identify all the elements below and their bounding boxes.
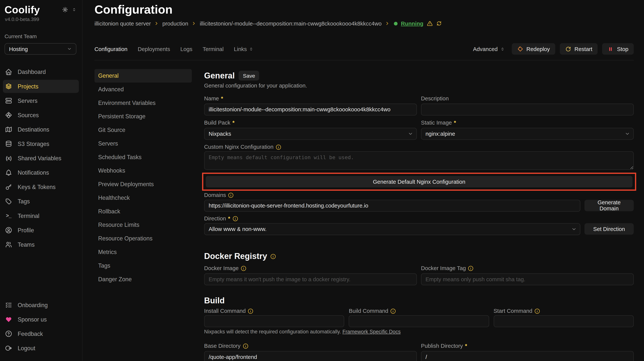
info-icon[interactable] [390,308,396,314]
set-direction-button[interactable]: Set Direction [584,223,634,235]
save-button[interactable]: Save [239,71,259,81]
subnav-item-metrics[interactable]: Metrics [94,245,192,259]
static-image-select[interactable]: nginx:alpine [421,128,634,140]
sidebar-item-feedback[interactable]: Feedback [3,327,79,340]
sidebar-item-keys-tokens[interactable]: Keys & Tokens [3,181,79,194]
chevron-up-down-icon [500,47,504,51]
section-subtitle: General configuration for your applicati… [204,83,634,89]
bell-icon [5,169,12,176]
breadcrumb-application[interactable]: illicitestonion/-module--decomposition:m… [200,21,382,27]
subnav-item-webhooks[interactable]: Webhooks [94,164,192,178]
subnav-item-environment-variables[interactable]: Environment Variables [94,96,192,110]
restart-button[interactable]: Restart [560,43,598,55]
key-icon [5,183,12,191]
sidebar-item-teams[interactable]: Teams [3,238,79,251]
page-title: Configuration [94,3,634,17]
static-image-field: Static Image* nginx:alpine [421,119,634,140]
info-icon[interactable] [240,265,246,271]
sidebar-item-tags[interactable]: Tags [3,195,79,208]
app-logo[interactable]: Coolify [4,4,40,16]
subnav-item-servers[interactable]: Servers [94,137,192,150]
subnav-item-resource-limits[interactable]: Resource Limits [94,218,192,232]
subnav-item-danger-zone[interactable]: Danger Zone [94,272,192,286]
build-pack-select[interactable]: Nixpacks [204,128,417,140]
sidebar-item-destinations[interactable]: Destinations [3,123,79,136]
sidebar-item-projects[interactable]: Projects [3,80,79,93]
sidebar-item-shared-variables[interactable]: (x) Shared Variables [3,152,79,165]
info-icon[interactable] [242,343,248,349]
theme-toggle-sun-icon[interactable] [62,7,68,13]
tab-configuration[interactable]: Configuration [94,46,128,52]
redeploy-icon [517,46,523,52]
breadcrumb-environment[interactable]: production [162,21,188,27]
direction-label: Direction * [204,215,634,222]
install-command-field: Install Command [204,307,344,327]
checklist-icon [5,301,12,309]
generate-domain-button[interactable]: Generate Domain [584,200,634,211]
build-command-input[interactable] [349,315,489,327]
breadcrumb: illicitonion quote server production ill… [94,20,634,27]
sidebar-item-onboarding[interactable]: Onboarding [3,299,79,312]
team-select[interactable]: Hosting [4,43,76,55]
info-icon[interactable] [468,265,474,271]
subnav-item-healthcheck[interactable]: Healthcheck [94,191,192,205]
sidebar-item-logout[interactable]: Logout [3,342,79,355]
subnav-item-general[interactable]: General [94,69,192,83]
breadcrumb-project[interactable]: illicitonion quote server [94,21,151,27]
info-icon[interactable] [270,253,276,259]
warning-triangle-icon[interactable] [427,21,433,27]
tab-links[interactable]: Links [234,46,253,52]
section-title-docker-registry: Docker Registry [204,252,634,261]
chevron-right-icon [192,21,196,26]
base-directory-field: Base Directory [204,342,417,361]
sidebar-item-sponsor[interactable]: Sponsor us [3,313,79,326]
sidebar-item-terminal[interactable]: >_ Terminal [3,209,79,222]
stop-button[interactable]: Stop [602,43,634,55]
tab-deployments[interactable]: Deployments [138,46,170,52]
tab-terminal[interactable]: Terminal [203,46,224,52]
info-icon[interactable] [232,216,238,221]
subnav-item-rollback[interactable]: Rollback [94,205,192,218]
subnav-item-persistent-storage[interactable]: Persistent Storage [94,110,192,123]
description-input[interactable] [421,104,634,116]
logout-icon [5,344,12,352]
sidebar-item-servers[interactable]: Servers [3,94,79,107]
sidebar-item-s3-storages[interactable]: S3 Storages [3,137,79,150]
publish-directory-input[interactable] [421,351,634,361]
help-icon [5,330,12,337]
info-icon[interactable] [534,308,540,314]
redeploy-button[interactable]: Redeploy [512,43,555,55]
name-input[interactable] [204,104,417,116]
docker-image-input[interactable] [204,273,417,285]
status-running-link[interactable]: Running [401,21,424,27]
base-directory-input[interactable] [204,351,417,361]
start-command-input[interactable] [494,315,634,327]
subnav-item-tags[interactable]: Tags [94,259,192,272]
subnav-item-git-source[interactable]: Git Source [94,123,192,137]
info-icon[interactable] [276,144,281,150]
database-icon [5,140,12,148]
theme-selector-icon[interactable] [72,7,76,12]
subnav-item-scheduled-tasks[interactable]: Scheduled Tasks [94,150,192,164]
docker-image-tag-input[interactable] [421,273,634,285]
install-command-input[interactable] [204,315,344,327]
subnav-item-resource-operations[interactable]: Resource Operations [94,232,192,245]
sidebar-item-dashboard[interactable]: Dashboard [3,65,79,79]
subnav-item-preview-deployments[interactable]: Preview Deployments [94,177,192,191]
general-form: General Save General configuration for y… [204,69,634,361]
nginx-config-textarea[interactable] [204,151,634,170]
subnav-item-advanced[interactable]: Advanced [94,83,192,96]
info-icon[interactable] [228,192,234,198]
direction-select[interactable]: Allow www & non-www. [204,223,580,235]
tab-logs[interactable]: Logs [180,46,192,52]
framework-docs-link[interactable]: Framework Specific Docs [342,329,400,334]
advanced-dropdown[interactable]: Advanced [473,46,504,52]
sidebar-item-profile[interactable]: Profile [3,224,79,237]
info-icon[interactable] [248,308,254,314]
chevron-down-icon [67,47,72,51]
sidebar-item-sources[interactable]: Sources [3,109,79,122]
domains-input[interactable] [204,200,580,212]
refresh-status-icon[interactable] [436,21,442,26]
sidebar-item-notifications[interactable]: Notifications [3,166,79,179]
generate-nginx-config-button[interactable]: Generate Default Nginx Configuration [206,176,633,187]
